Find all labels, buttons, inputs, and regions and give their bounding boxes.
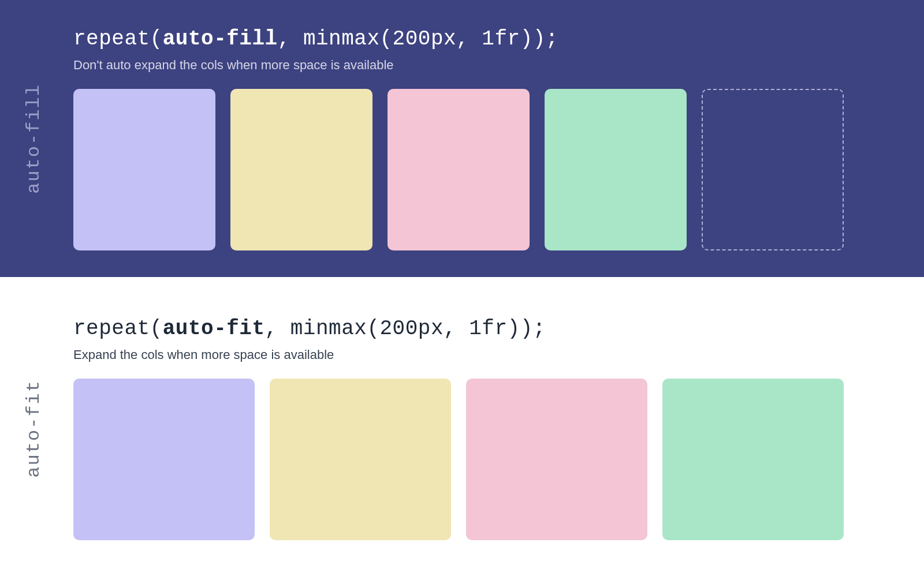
auto-fill-content: repeat(auto-fill, minmax(200px, 1fr)); D… <box>56 27 901 250</box>
auto-fill-side-label: auto-fill <box>12 84 56 194</box>
auto-fill-description: Don't auto expand the cols when more spa… <box>73 58 901 73</box>
grid-item-green <box>545 89 687 250</box>
grid-item-pink <box>388 89 530 250</box>
auto-fill-section: auto-fill repeat(auto-fill, minmax(200px… <box>0 0 924 277</box>
code-prefix: repeat( <box>73 317 163 340</box>
code-suffix: , minmax(200px, 1fr)); <box>278 27 558 51</box>
grid-item-purple <box>73 89 215 250</box>
grid-item-yellow <box>230 89 372 250</box>
code-prefix: repeat( <box>73 27 163 51</box>
auto-fit-boxes <box>73 379 901 540</box>
code-keyword: auto-fit <box>163 317 265 340</box>
auto-fit-description: Expand the cols when more space is avail… <box>73 347 901 362</box>
grid-empty-track <box>702 89 844 250</box>
auto-fill-code: repeat(auto-fill, minmax(200px, 1fr)); <box>73 27 901 51</box>
auto-fit-code: repeat(auto-fit, minmax(200px, 1fr)); <box>73 317 901 340</box>
auto-fill-boxes <box>73 89 901 250</box>
auto-fit-section: auto-fit repeat(auto-fit, minmax(200px, … <box>0 277 924 580</box>
code-keyword: auto-fill <box>163 27 278 51</box>
auto-fit-content: repeat(auto-fit, minmax(200px, 1fr)); Ex… <box>56 317 901 540</box>
grid-item-green <box>662 379 844 540</box>
grid-item-purple <box>73 379 255 540</box>
grid-item-yellow <box>270 379 451 540</box>
grid-item-pink <box>466 379 647 540</box>
code-suffix: , minmax(200px, 1fr)); <box>265 317 546 340</box>
auto-fit-side-label: auto-fit <box>12 380 56 478</box>
